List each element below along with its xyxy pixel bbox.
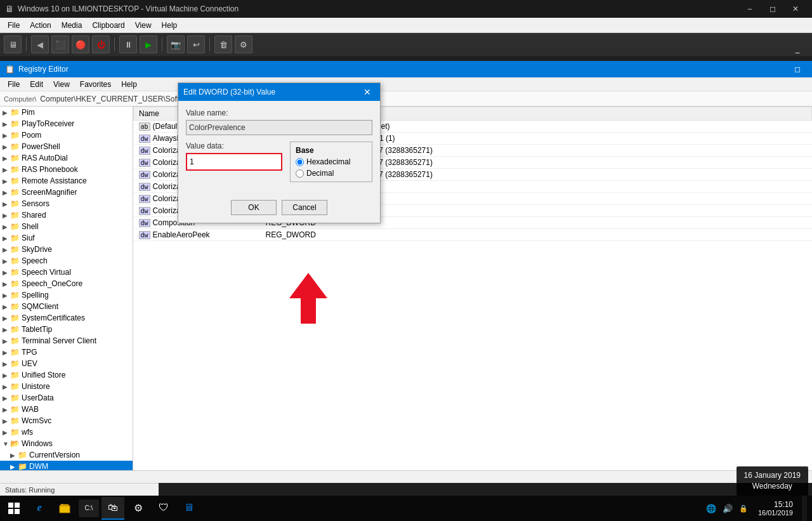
show-desktop-btn[interactable] [802,496,807,521]
start-button[interactable] [3,497,25,520]
tree-item-dwm[interactable]: ▶ 📁 DWM [0,461,133,470]
tree-item-tablettip[interactable]: ▶ 📁 TabletTip [0,324,133,335]
tree-item-playtoreceiver[interactable]: ▶ 📁 PlayToReceiver [0,118,133,129]
tree-item-shared[interactable]: ▶ 📁 Shared [0,209,133,221]
hex-radio-text: Hexadecimal [306,157,350,166]
base-section: Base Hexadecimal Decimal [290,142,372,182]
tree-item-poom[interactable]: ▶ 📁 Poom [0,129,133,141]
edit-dword-dialog: Edit DWORD (32-bit) Value ✕ Value name: … [178,82,381,223]
tree-item-remoteassistance[interactable]: ▶ 📁 Remote Assistance [0,175,133,187]
tree-item-pim[interactable]: ▶ 📁 Pim [0,107,133,118]
tree-item-unifiedstore[interactable]: ▶ 📁 Unified Store [0,369,133,381]
regedit-menu-favorites[interactable]: Favorites [75,79,116,90]
value-input-wrapper [186,153,282,171]
tb-delete-btn[interactable]: 🗑 [214,36,232,53]
tree-item-sensors[interactable]: ▶ 📁 Sensors [0,198,133,209]
regedit-menu: File Edit View Favorites Help [0,77,812,91]
cmd-taskbar-icon[interactable]: C:\ [79,499,99,517]
settings-taskbar-icon[interactable]: ⚙ [127,497,150,520]
vm-menu-file[interactable]: File [3,20,25,31]
tb-revert-btn[interactable]: ↩ [187,36,205,53]
security-sys-icon[interactable]: 🔒 [738,503,749,514]
regedit-menu-edit[interactable]: Edit [25,79,48,90]
value-name-input[interactable] [186,120,372,135]
tb-snapshot-btn[interactable]: 📷 [167,36,185,53]
tree-item-terminalserverclient[interactable]: ▶ 📁 Terminal Server Client [0,335,133,346]
tb-play-btn[interactable]: ▶ [140,36,157,53]
col-data[interactable]: Data [337,107,812,121]
vm-menu-clipboard[interactable]: Clipboard [87,20,129,31]
tb-reset-btn[interactable]: 🔴 [72,36,89,53]
hex-radio[interactable] [296,158,304,166]
hex-radio-label[interactable]: Hexadecimal [296,157,367,166]
tree-item-tpg[interactable]: ▶ 📁 TPG [0,346,133,358]
tb-pause-btn[interactable]: ⏸ [119,36,137,53]
tree-item-wab[interactable]: ▶ 📁 WAB [0,404,133,415]
vm-menu-help[interactable]: Help [157,20,183,31]
defender-taskbar-icon[interactable]: 🛡 [152,497,175,520]
tree-item-siuf[interactable]: ▶ 📁 Siuf [0,232,133,244]
value-data-input[interactable] [187,154,281,169]
tree-item-screenmagnifier[interactable]: ▶ 📁 ScreenMagnifier [0,187,133,198]
tree-item-unistore[interactable]: ▶ 📁 Unistore [0,381,133,392]
regedit-titlebar: 📋 Registry Editor – ◻ ✕ [0,61,812,77]
table-row[interactable]: dwEnableAeroPeek REG_DWORD [134,229,812,241]
hyperv-taskbar-icon[interactable]: 🖥 [178,497,200,520]
clock-time: 15:10 [758,500,793,509]
tree-item-windows[interactable]: ▼ 📂 Windows [0,438,133,449]
date-tooltip: 16 January 2019 Wednesday [737,466,808,496]
tb-back-btn[interactable]: ◀ [31,36,49,53]
regedit-minimize-btn[interactable]: – [788,44,807,61]
tree-item-rasautodial[interactable]: ▶ 📁 RAS AutoDial [0,152,133,164]
network-sys-icon[interactable]: 🌐 [705,503,717,515]
vm-menu-media[interactable]: Media [56,20,88,31]
tree-item-systemcertificates[interactable]: ▶ 📁 SystemCertificates [0,312,133,324]
tree-item-uev[interactable]: ▶ 📁 UEV [0,358,133,369]
tree-item-speechvirtual[interactable]: ▶ 📁 Speech Virtual [0,267,133,278]
taskbar-clock[interactable]: 15:10 16/01/2019 [754,499,797,518]
tb-shutdown-btn[interactable]: ⏻ [92,36,110,53]
svg-rect-3 [8,509,13,514]
tree-item-rasphonebook[interactable]: ▶ 📁 RAS Phonebook [0,164,133,175]
tree-item-wfs[interactable]: ▶ 📁 wfs [0,426,133,438]
regedit-restore-btn[interactable]: ◻ [788,61,807,77]
vm-menu-view[interactable]: View [130,20,157,31]
tree-item-skydrive[interactable]: ▶ 📁 SkyDrive [0,244,133,255]
dialog-close-btn[interactable]: ✕ [360,84,375,100]
tree-item-powershell[interactable]: ▶ 📁 PowerShell [0,141,133,152]
explorer-taskbar-icon[interactable] [53,497,76,520]
regedit-menu-view[interactable]: View [48,79,75,90]
edge-taskbar-icon[interactable]: e [28,497,51,520]
decimal-radio[interactable] [296,169,304,178]
regedit-menu-file[interactable]: File [3,79,25,90]
tree-item-shell[interactable]: ▶ 📁 Shell [0,221,133,232]
decimal-radio-label[interactable]: Decimal [296,169,367,178]
date-tooltip-line2: Wednesday [744,481,801,492]
tree-item-sqmclient[interactable]: ▶ 📁 SQMClient [0,301,133,312]
vm-toolbar: 🖥 ◀ ⬛ 🔴 ⏻ ⏸ ▶ 📷 ↩ 🗑 ⚙ [0,33,812,56]
tree-item-spelling[interactable]: ▶ 📁 Spelling [0,289,133,301]
dialog-cancel-btn[interactable]: Cancel [282,200,327,215]
date-tooltip-line1: 16 January 2019 [744,470,801,481]
regedit-menu-help[interactable]: Help [116,79,142,90]
volume-sys-icon[interactable]: 🔊 [721,503,734,515]
vm-restore-btn[interactable]: ◻ [761,0,784,18]
tree-item-currentversion[interactable]: ▶ 📁 CurrentVersion [0,449,133,461]
tb-settings-btn[interactable]: ⚙ [235,36,252,53]
tree-item-wcmsvc[interactable]: ▶ 📁 WcmSvc [0,415,133,426]
vm-minimize-btn[interactable]: – [738,0,761,18]
tree-item-speechonecore[interactable]: ▶ 📁 Speech_OneCore [0,278,133,289]
tree-item-userdata[interactable]: ▶ 📁 UserData [0,392,133,404]
vm-status-bar: Status: Running [0,483,159,496]
vm-titlebar-controls: – ◻ ✕ [738,0,807,18]
tb-stop-btn[interactable]: ⬛ [51,36,69,53]
tb-screen-btn[interactable]: 🖥 [4,36,22,53]
vm-close-btn[interactable]: ✕ [784,0,807,18]
dialog-ok-btn[interactable]: OK [231,200,277,215]
store-taskbar-icon[interactable]: 🛍 [102,497,124,520]
tree-item-speech[interactable]: ▶ 📁 Speech [0,255,133,267]
vm-menu-action[interactable]: Action [25,20,56,31]
address-bar: Computer\ Computer\HKEY_CURRENT_USER\Sof… [0,91,812,107]
svg-rect-5 [60,506,70,513]
base-group: Base Hexadecimal Decimal [290,142,372,182]
